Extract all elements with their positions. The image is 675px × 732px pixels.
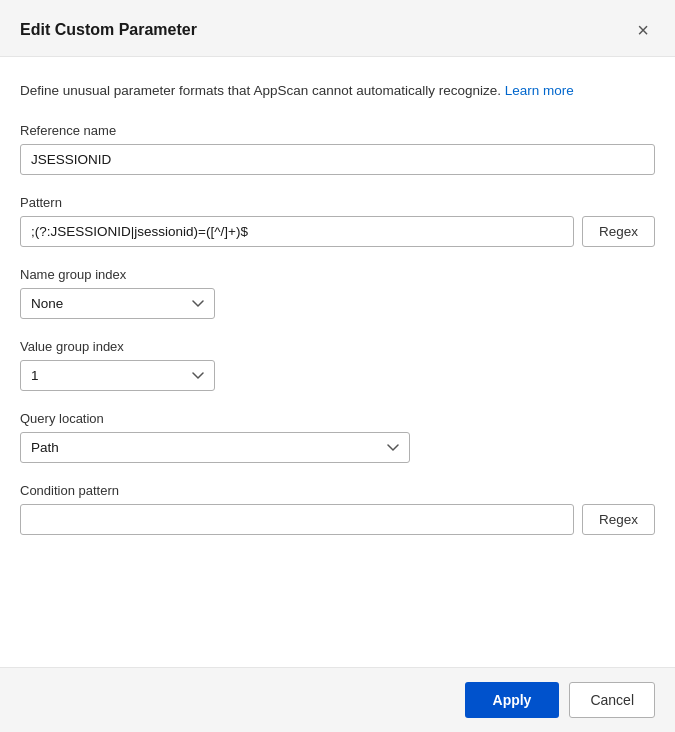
reference-name-group: Reference name <box>20 123 655 175</box>
learn-more-link[interactable]: Learn more <box>505 83 574 98</box>
condition-pattern-group: Condition pattern Regex <box>20 483 655 535</box>
value-group-index-label: Value group index <box>20 339 655 354</box>
dialog-title: Edit Custom Parameter <box>20 21 197 39</box>
value-group-index-select[interactable]: None 0 1 2 3 <box>20 360 215 391</box>
reference-name-input[interactable] <box>20 144 655 175</box>
pattern-input[interactable] <box>20 216 574 247</box>
dialog-footer: Apply Cancel <box>0 667 675 732</box>
close-button[interactable]: × <box>631 18 655 42</box>
apply-button[interactable]: Apply <box>465 682 560 718</box>
name-group-index-label: Name group index <box>20 267 655 282</box>
description-text: Define unusual parameter formats that Ap… <box>20 81 655 101</box>
condition-regex-button[interactable]: Regex <box>582 504 655 535</box>
name-group-index-select[interactable]: None 0 1 2 3 <box>20 288 215 319</box>
dialog-header: Edit Custom Parameter × <box>0 0 675 57</box>
cancel-button[interactable]: Cancel <box>569 682 655 718</box>
name-group-index-group: Name group index None 0 1 2 3 <box>20 267 655 319</box>
pattern-group: Pattern Regex <box>20 195 655 247</box>
value-group-index-group: Value group index None 0 1 2 3 <box>20 339 655 391</box>
pattern-regex-button[interactable]: Regex <box>582 216 655 247</box>
edit-custom-parameter-dialog: Edit Custom Parameter × Define unusual p… <box>0 0 675 732</box>
query-location-select[interactable]: Path Query String Fragment Header Cookie <box>20 432 410 463</box>
reference-name-label: Reference name <box>20 123 655 138</box>
condition-pattern-input[interactable] <box>20 504 574 535</box>
query-location-group: Query location Path Query String Fragmen… <box>20 411 655 463</box>
condition-pattern-label: Condition pattern <box>20 483 655 498</box>
query-location-label: Query location <box>20 411 655 426</box>
dialog-body: Define unusual parameter formats that Ap… <box>0 57 675 667</box>
pattern-input-row: Regex <box>20 216 655 247</box>
condition-pattern-input-row: Regex <box>20 504 655 535</box>
pattern-label: Pattern <box>20 195 655 210</box>
